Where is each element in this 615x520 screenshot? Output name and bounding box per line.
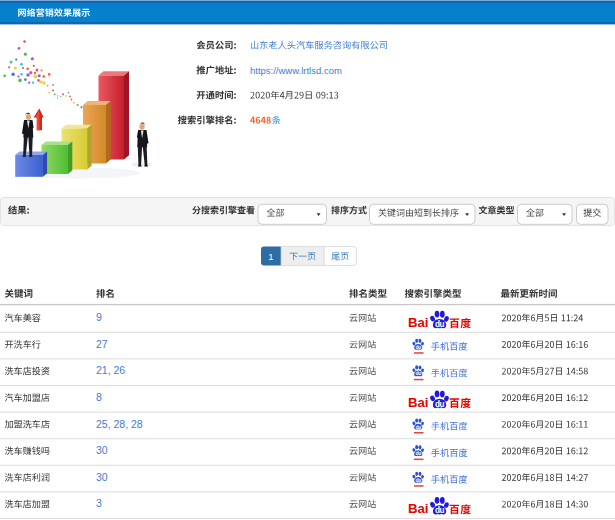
svg-text:du: du xyxy=(435,320,445,329)
svg-text:27: 27 xyxy=(96,338,108,350)
svg-text:du: du xyxy=(415,370,421,376)
svg-text:30: 30 xyxy=(96,471,108,483)
svg-text:9: 9 xyxy=(96,311,102,323)
svg-text:21, 26: 21, 26 xyxy=(96,364,125,376)
svg-text:https://www.lrtlsd.com: https://www.lrtlsd.com xyxy=(250,65,342,76)
svg-text:8: 8 xyxy=(96,391,102,403)
svg-text:Bai: Bai xyxy=(408,395,429,410)
svg-text:Bai: Bai xyxy=(408,315,429,330)
svg-text:du: du xyxy=(415,344,421,350)
svg-text:1: 1 xyxy=(268,251,273,262)
svg-text:du: du xyxy=(415,450,421,456)
svg-text:du: du xyxy=(415,477,421,483)
svg-text:du: du xyxy=(435,506,445,515)
svg-text:du: du xyxy=(415,424,421,430)
svg-text:3: 3 xyxy=(96,497,102,509)
svg-text:du: du xyxy=(435,400,445,409)
svg-text:25, 28, 28: 25, 28, 28 xyxy=(96,418,143,430)
svg-text:Bai: Bai xyxy=(408,501,429,516)
svg-text:30: 30 xyxy=(96,444,108,456)
